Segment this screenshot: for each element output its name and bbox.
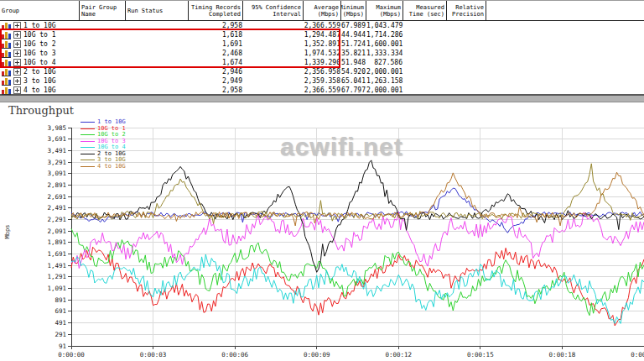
y-tick-label: 91 xyxy=(59,343,66,350)
cell-min: 51.724 xyxy=(341,39,366,49)
column-header-filler xyxy=(486,1,644,20)
cell-pair-group-name xyxy=(80,21,126,30)
y-tick-label: 1,491 xyxy=(47,262,66,269)
legend-line-swatch xyxy=(80,166,95,167)
cell-timing-records: 1,674 xyxy=(189,58,243,67)
group-cell: 10G to 2 xyxy=(0,39,80,49)
table-row-3-to-10g[interactable]: 3 to 10G2,9492,359.35865.0411,263.158 xyxy=(0,76,644,86)
cell-measured-time xyxy=(403,30,447,39)
legend-line-swatch xyxy=(80,122,95,123)
expand-plus-icon[interactable] xyxy=(13,59,21,66)
expand-plus-icon[interactable] xyxy=(13,86,21,94)
legend-label: 4 to 10G xyxy=(97,164,126,170)
group-label: 2 to 10G xyxy=(23,67,56,76)
table-row-10g-to-4[interactable]: 10G to 41,6741,339.29051.948827.586 xyxy=(0,58,644,67)
cell-avg: 1,339.290 xyxy=(304,58,341,67)
pair-chart-icon xyxy=(2,40,11,49)
cell-pair-group-name xyxy=(80,49,126,58)
expand-plus-icon[interactable] xyxy=(13,31,21,39)
series-1-to-10g xyxy=(71,188,644,233)
cell-relative-precision xyxy=(447,58,486,67)
cell-pair-group-name xyxy=(80,76,126,86)
series-10g-to-2 xyxy=(71,228,644,316)
cell-pair-group-name xyxy=(80,39,126,49)
cell-max: 1,600.001 xyxy=(366,39,403,49)
series-10g-to-3 xyxy=(71,212,644,268)
cell-max: 1,263.158 xyxy=(366,76,403,86)
cell-run-status xyxy=(126,67,189,76)
expand-plus-icon[interactable] xyxy=(13,68,21,76)
cell-ci95 xyxy=(243,49,304,58)
column-header-measured-time-sec: Measured Time (sec) xyxy=(403,1,447,20)
y-tick-label: 3,491 xyxy=(47,147,66,154)
x-tick-label: 0:00:00 xyxy=(58,351,85,358)
table-row-4-to-10g[interactable]: 4 to 10G2,9582,366.55967.7972,000.001 xyxy=(0,86,644,95)
series-10g-to-4 xyxy=(71,254,644,323)
cell-min: 67.989 xyxy=(341,21,366,30)
group-cell: 10G to 3 xyxy=(0,49,80,58)
cell-max: 2,000.001 xyxy=(366,67,403,76)
group-cell: 3 to 10G xyxy=(0,76,80,86)
pair-chart-icon xyxy=(2,59,11,67)
expand-plus-icon[interactable] xyxy=(13,77,21,85)
legend-line-swatch xyxy=(80,141,95,142)
cell-min: 51.948 xyxy=(341,58,366,67)
group-cell: 10G to 1 xyxy=(0,30,80,39)
cell-pair-group-name xyxy=(80,30,126,39)
cell-max: 2,000.001 xyxy=(366,86,403,95)
expand-plus-icon[interactable] xyxy=(13,50,21,57)
group-label: 1 to 10G xyxy=(23,21,56,30)
expand-plus-icon[interactable] xyxy=(13,40,21,48)
cell-run-status xyxy=(126,76,189,86)
cell-ci95 xyxy=(243,39,304,49)
pair-chart-icon xyxy=(2,77,11,86)
x-tick-label: 0:00:12 xyxy=(385,351,412,358)
table-row-10g-to-1[interactable]: 10G to 11,6181,294.48744.9441,714.286 xyxy=(0,30,644,39)
cell-avg: 2,366.559 xyxy=(304,86,341,95)
table-row-1-to-10g[interactable]: 1 to 10G2,9582,366.55967.9891,043.479 xyxy=(0,21,644,30)
cell-measured-time xyxy=(403,58,447,67)
column-header-maximum-mbps: Maximum (Mbps) xyxy=(366,1,403,20)
y-tick-label: 291 xyxy=(55,331,66,338)
group-cell: 1 to 10G xyxy=(0,21,80,30)
legend-line-swatch xyxy=(80,147,95,148)
y-tick-label: 491 xyxy=(55,319,66,327)
group-label: 10G to 3 xyxy=(23,49,56,58)
cell-timing-records: 2,946 xyxy=(189,67,243,76)
cell-measured-time xyxy=(403,67,447,76)
legend-line-swatch xyxy=(80,134,95,135)
x-tick-label: 0:00:21 xyxy=(631,351,644,358)
y-tick-label: 2,091 xyxy=(47,228,66,235)
group-cell: 10G to 4 xyxy=(0,58,80,67)
y-tick-label: 3,691 xyxy=(47,135,66,143)
column-header-run-status: Run Status xyxy=(126,1,189,20)
watermark: acwifi.net xyxy=(280,133,403,161)
cell-max: 827.586 xyxy=(366,58,403,67)
column-header-timing-records-completed: Timing Records Completed xyxy=(189,1,243,20)
expand-plus-icon[interactable] xyxy=(13,22,21,29)
table-row-10g-to-2[interactable]: 10G to 21,6911,352.89151.7241,600.001 xyxy=(0,39,644,49)
y-tick-label: 1,891 xyxy=(47,238,66,246)
y-tick-label: 2,691 xyxy=(47,193,66,201)
y-tick-label: 1,291 xyxy=(47,273,66,280)
column-header-95-confidence-interval: 95% Confidence Interval xyxy=(243,1,304,20)
panel-splitter[interactable] xyxy=(0,94,644,102)
chart-legend: 1 to 10G10G to 110G to 210G to 310G to 4… xyxy=(80,119,126,170)
cell-relative-precision xyxy=(447,21,486,30)
y-tick-label: 3,091 xyxy=(47,170,66,177)
table-row-2-to-10g[interactable]: 2 to 10G2,9462,356.95854.9202,000.001 xyxy=(0,67,644,76)
column-header-minimum-mbps: Minimum (Mbps) xyxy=(341,1,366,20)
cell-pair-group-name xyxy=(80,86,126,95)
pair-chart-icon xyxy=(2,22,11,30)
cell-ci95 xyxy=(243,21,304,30)
table-row-10g-to-3[interactable]: 10G to 32,4681,974.53235.8211,333.334 xyxy=(0,49,644,58)
cell-relative-precision xyxy=(447,76,486,86)
cell-min: 44.944 xyxy=(341,30,366,39)
cell-run-status xyxy=(126,39,189,49)
y-tick-label: 1,091 xyxy=(47,285,66,292)
cell-relative-precision xyxy=(447,67,486,76)
cell-avg: 1,974.532 xyxy=(304,49,341,58)
y-tick-label: 891 xyxy=(55,296,66,304)
x-tick-label: 0:00:03 xyxy=(140,351,167,358)
cell-timing-records: 1,618 xyxy=(189,30,243,39)
